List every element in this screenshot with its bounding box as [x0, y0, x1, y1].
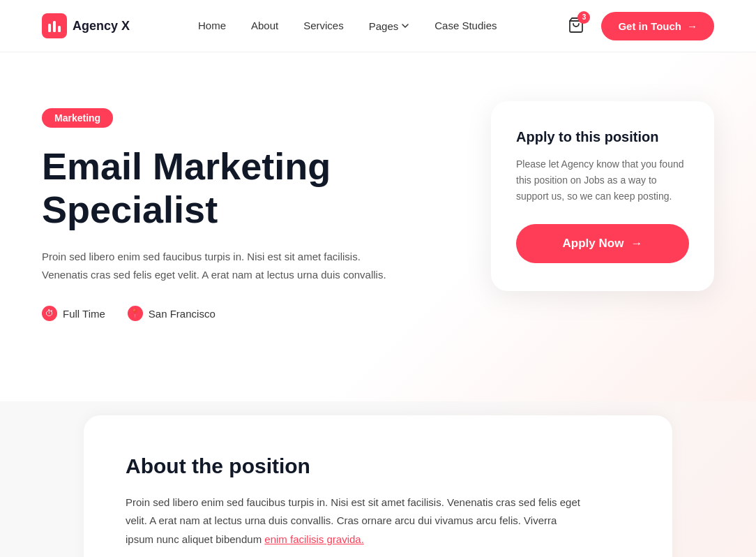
- chevron-down-icon: [401, 22, 409, 30]
- job-type: ⏱ Full Time: [42, 306, 105, 321]
- nav-item-about[interactable]: About: [251, 20, 278, 32]
- svg-rect-1: [53, 21, 56, 32]
- svg-rect-0: [48, 24, 51, 32]
- clock-icon: ⏱: [42, 306, 57, 321]
- job-location: 📍 San Francisco: [128, 306, 216, 321]
- hero-section: Marketing Email Marketing Specialist Pro…: [0, 52, 756, 401]
- cart-button[interactable]: 3: [565, 14, 587, 38]
- hero-right: Apply to this position Please let Agency…: [491, 101, 714, 291]
- job-type-label: Full Time: [63, 308, 105, 320]
- position-title: About the position: [126, 454, 630, 478]
- apply-card: Apply to this position Please let Agency…: [491, 101, 714, 291]
- logo[interactable]: Agency X: [42, 13, 130, 38]
- position-card: About the position Proin sed libero enim…: [84, 415, 672, 557]
- logo-icon: [42, 13, 67, 38]
- nav-links: Home About Services Pages Case Studies: [198, 20, 497, 32]
- marketing-badge: Marketing: [42, 108, 113, 128]
- logo-svg: [47, 18, 62, 34]
- nav-right: 3 Get in Touch →: [565, 12, 714, 40]
- hero-meta: ⏱ Full Time 📍 San Francisco: [42, 306, 449, 321]
- position-paragraph-1: Proin sed libero enim sed faucibus turpi…: [126, 493, 586, 549]
- bottom-section: About the position Proin sed libero enim…: [0, 401, 756, 557]
- hero-description: Proin sed libero enim sed faucibus turpi…: [42, 248, 405, 283]
- nav-item-case-studies[interactable]: Case Studies: [434, 20, 497, 32]
- location-icon: 📍: [128, 306, 143, 321]
- nav-item-pages[interactable]: Pages: [369, 20, 410, 32]
- navbar: Agency X Home About Services Pages Case …: [0, 0, 756, 52]
- apply-card-description: Please let Agency know that you found th…: [516, 156, 689, 205]
- svg-rect-2: [58, 26, 61, 32]
- logo-text: Agency X: [73, 19, 130, 34]
- hero-title: Email Marketing Specialist: [42, 144, 449, 231]
- job-location-label: San Francisco: [149, 308, 216, 320]
- hero-left: Marketing Email Marketing Specialist Pro…: [42, 94, 449, 321]
- apply-card-title: Apply to this position: [516, 129, 689, 145]
- position-link-1[interactable]: enim facilisis gravida.: [264, 533, 364, 545]
- get-in-touch-button[interactable]: Get in Touch →: [601, 12, 714, 40]
- nav-item-services[interactable]: Services: [303, 20, 344, 32]
- nav-item-home[interactable]: Home: [198, 20, 226, 32]
- apply-now-button[interactable]: Apply Now →: [516, 224, 689, 263]
- cart-badge: 3: [577, 11, 590, 24]
